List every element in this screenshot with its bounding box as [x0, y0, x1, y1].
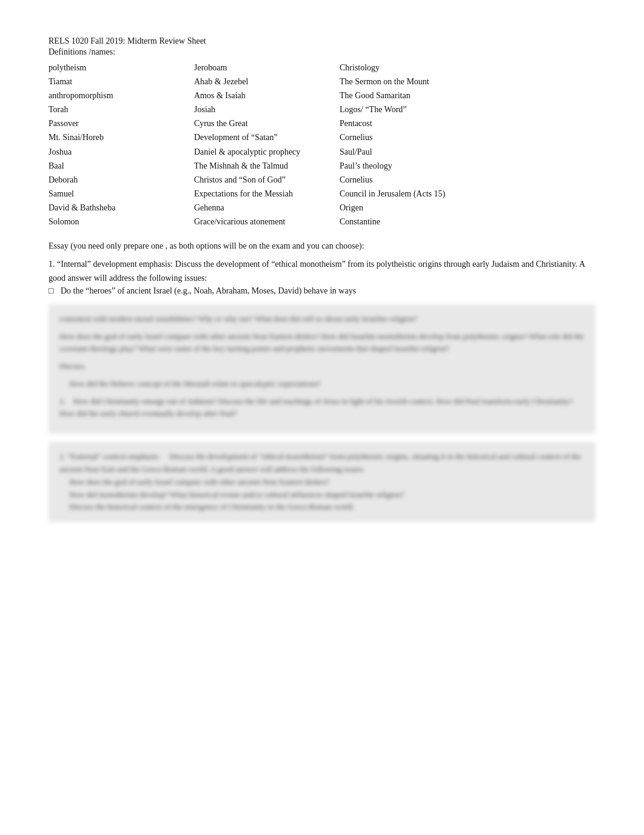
def-expectations-messiah: Expectations for the Messiah: [194, 187, 321, 201]
def-constantine: Constantine: [340, 215, 467, 229]
def-satan: Development of “Satan”: [194, 130, 321, 144]
def-christology: Christology: [340, 61, 467, 75]
def-baal: Baal: [49, 159, 176, 173]
definitions-col1: polytheism Tiamat anthropomorphism Torah…: [49, 61, 176, 229]
def-gehenna: Gehenna: [194, 201, 321, 215]
def-pauls-theology: Paul’s theology: [340, 159, 467, 173]
def-logos: Logos/ “The Word”: [340, 102, 467, 116]
def-cornelius2: Cornelius: [340, 173, 467, 187]
def-polytheism: polytheism: [49, 61, 176, 75]
blurred-content-1: consistent with modern moral sensibiliti…: [49, 304, 595, 434]
def-torah: Torah: [49, 102, 176, 116]
definitions-col2: Jeroboam Ahab & Jezebel Amos & Isaiah Jo…: [194, 61, 321, 229]
def-ahab-jezebel: Ahab & Jezebel: [194, 75, 321, 89]
def-joshua: Joshua: [49, 145, 176, 159]
def-origen: Origen: [340, 201, 467, 215]
def-deborah: Deborah: [49, 173, 176, 187]
def-daniel: Daniel & apocalyptic prophecy: [194, 145, 321, 159]
def-jeroboam: Jeroboam: [194, 61, 321, 75]
def-cornelius1: Cornelius: [340, 130, 467, 144]
definitions-col3: Christology The Sermon on the Mount The …: [340, 61, 467, 229]
essay-intro: Essay (you need only prepare one , as bo…: [49, 240, 595, 253]
def-pentacost: Pentacost: [340, 116, 467, 130]
def-cyrus: Cyrus the Great: [194, 116, 321, 130]
blurred-content-2: 2. “External” context emphasis: Discuss …: [49, 442, 595, 522]
essay-bullet1: □ Do the “heroes” of ancient Israel (e.g…: [49, 286, 595, 296]
essay-item1-label: 1. “Internal” development emphasis:: [49, 260, 173, 269]
def-sermon: The Sermon on the Mount: [340, 75, 467, 89]
def-david-bathsheba: David & Bathsheba: [49, 201, 176, 215]
def-solomon: Solomon: [49, 215, 176, 229]
def-saul-paul: Saul/Paul: [340, 145, 467, 159]
essay-item1: 1. “Internal” development emphasis: Disc…: [49, 257, 595, 285]
definitions-table: polytheism Tiamat anthropomorphism Torah…: [49, 61, 595, 229]
essay-bullet1-text: Do the “heroes” of ancient Israel (e.g.,…: [61, 286, 356, 296]
def-council: Council in Jerusalem (Acts 15): [340, 187, 467, 201]
def-mishnah: The Mishnah & the Talmud: [194, 159, 321, 173]
def-good-samaritan: The Good Samaritan: [340, 89, 467, 102]
page-title: RELS 1020 Fall 2019: Midterm Review Shee…: [49, 36, 595, 46]
def-anthropomorphism: anthropomorphism: [49, 89, 176, 102]
definitions-label: Definitions /names:: [49, 47, 595, 57]
bullet-char: □: [49, 286, 61, 296]
def-passover: Passover: [49, 116, 176, 130]
def-mt-sinai: Mt. Sinai/Horeb: [49, 130, 176, 144]
def-tiamat: Tiamat: [49, 75, 176, 89]
def-christos: Christos and “Son of God”: [194, 173, 321, 187]
def-amos-isaiah: Amos & Isaiah: [194, 89, 321, 102]
essay-section: Essay (you need only prepare one , as bo…: [49, 240, 595, 296]
def-grace: Grace/vicarious atonement: [194, 215, 321, 229]
def-samuel: Samuel: [49, 187, 176, 201]
def-josiah: Josiah: [194, 102, 321, 116]
